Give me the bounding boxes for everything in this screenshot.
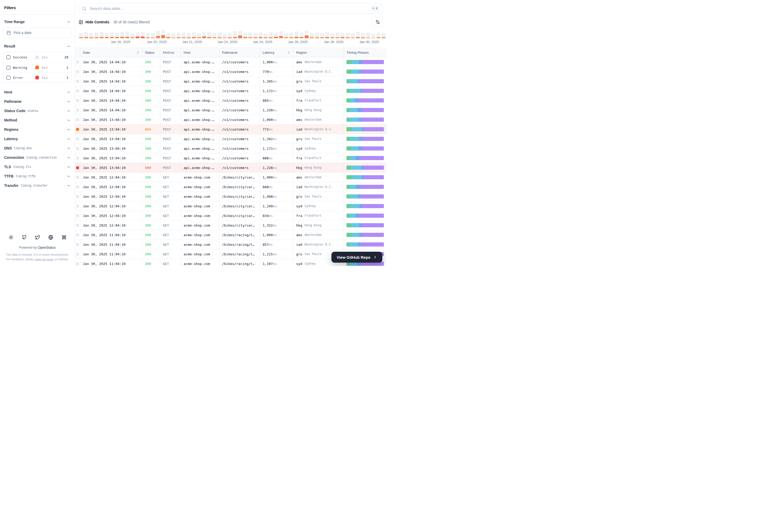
timeline-bar[interactable] <box>238 31 242 38</box>
timeline-bar[interactable] <box>351 33 355 38</box>
section-pathname[interactable]: Pathname <box>3 97 72 106</box>
timeline-bar[interactable] <box>341 33 344 38</box>
section-status-code[interactable]: Status Code status <box>3 106 72 115</box>
timeline-bar[interactable] <box>130 33 134 38</box>
timeline-bar[interactable] <box>310 33 314 38</box>
date-picker-button[interactable]: Pick a date <box>3 28 72 38</box>
section-tls[interactable]: TLS timing.tls <box>3 162 72 172</box>
timeline-bar[interactable] <box>382 33 385 38</box>
table-row[interactable]: Jan 30, 2025 14:04:10 200 POST api.acme-… <box>75 57 386 67</box>
table-row[interactable]: Jan 30, 2025 13:04:10 500 POST api.acme-… <box>75 163 386 173</box>
table-row[interactable]: Jan 30, 2025 13:04:10 404 POST api.acme-… <box>75 125 386 134</box>
table-row[interactable]: Jan 30, 2025 13:04:10 200 POST api.acme-… <box>75 144 386 153</box>
timeline-bar[interactable] <box>218 32 222 38</box>
timeline-bar[interactable] <box>197 33 201 38</box>
result-filter-option[interactable]: Success 2xx 28 <box>3 52 71 62</box>
github-icon[interactable] <box>21 234 27 240</box>
timeline-bar[interactable] <box>202 32 206 38</box>
table-row[interactable]: Jan 30, 2025 12:04:10 200 GET acme-shop.… <box>75 182 386 192</box>
table-row[interactable]: Jan 30, 2025 14:04:10 200 POST api.acme-… <box>75 77 386 86</box>
timeline-bar[interactable] <box>330 33 334 38</box>
timeline-bar[interactable] <box>264 33 268 38</box>
table-row[interactable]: Jan 30, 2025 12:04:10 200 GET acme-shop.… <box>75 221 386 230</box>
timeline-bar[interactable] <box>346 33 350 38</box>
table-row[interactable]: Jan 30, 2025 12:04:10 200 GET acme-shop.… <box>75 201 386 211</box>
section-result[interactable]: Result <box>3 42 72 51</box>
checkbox[interactable] <box>6 55 10 59</box>
timeline-bar[interactable] <box>223 33 227 38</box>
timeline-bar[interactable] <box>366 33 370 38</box>
table-row[interactable]: Jan 30, 2025 13:04:10 200 POST api.acme-… <box>75 115 386 125</box>
view-github-repo-button[interactable]: View GitHub Repo <box>331 252 382 263</box>
hide-controls-button[interactable]: Hide Controls <box>79 20 109 24</box>
timeline-bar[interactable] <box>259 32 263 38</box>
section-latency[interactable]: Latency <box>3 134 72 144</box>
timeline-bar[interactable] <box>248 32 252 38</box>
section-connection[interactable]: Connection timing.connection <box>3 153 72 162</box>
timeline-bar[interactable] <box>274 32 278 38</box>
timeline-bar[interactable] <box>371 34 375 38</box>
section-transfer[interactable]: Transfer timing.transfer <box>3 181 72 190</box>
timeline-bar[interactable] <box>213 33 217 38</box>
timeline-bar[interactable] <box>325 32 329 38</box>
timeline-bar[interactable] <box>171 33 175 38</box>
table-row[interactable]: Jan 30, 2025 14:04:10 200 POST api.acme-… <box>75 67 386 77</box>
timeline-bar[interactable] <box>361 33 365 38</box>
timeline-bar[interactable] <box>146 33 150 38</box>
timeline-bar[interactable] <box>156 31 160 38</box>
column-header-latency[interactable]: Latency <box>260 48 293 57</box>
timeline-bar[interactable] <box>84 32 88 38</box>
open-issue-link[interactable]: open an issue <box>35 258 53 261</box>
timeline-bar[interactable] <box>377 33 381 38</box>
timeline-bar[interactable] <box>300 33 304 38</box>
timeline-bar[interactable] <box>356 32 360 38</box>
search-input[interactable] <box>89 6 368 11</box>
checkbox[interactable] <box>6 66 10 70</box>
timeline-bar[interactable] <box>284 33 288 38</box>
timeline-bar[interactable] <box>125 31 129 38</box>
timeline-bar[interactable] <box>336 32 340 38</box>
table-row[interactable]: Jan 30, 2025 11:04:10 200 GET acme-shop.… <box>75 230 386 240</box>
table-row[interactable]: Jan 30, 2025 14:04:10 200 POST api.acme-… <box>75 105 386 115</box>
timeline-bar[interactable] <box>320 33 324 38</box>
table-row[interactable]: Jan 30, 2025 11:04:10 200 GET acme-shop.… <box>75 240 386 249</box>
timeline-bar[interactable] <box>110 32 114 38</box>
timeline-bar[interactable] <box>115 33 119 38</box>
timeline-bar[interactable] <box>305 31 309 38</box>
timeline-bar[interactable] <box>254 33 258 38</box>
timeline-bar[interactable] <box>295 31 299 38</box>
table-row[interactable]: Jan 30, 2025 13:04:10 200 POST api.acme-… <box>75 153 386 163</box>
table-row[interactable]: Jan 30, 2025 14:04:10 200 POST api.acme-… <box>75 86 386 96</box>
timeline-bar[interactable] <box>244 33 247 38</box>
table-row[interactable]: Jan 30, 2025 12:04:10 200 GET acme-shop.… <box>75 173 386 182</box>
openstatus-link[interactable]: OpenStatus <box>38 245 56 249</box>
timeline-bar[interactable] <box>94 33 98 38</box>
timeline-bar[interactable] <box>233 31 237 38</box>
section-ttfb[interactable]: TTFB timing.ttfb <box>3 172 72 181</box>
timeline-bar[interactable] <box>166 33 170 38</box>
section-regions[interactable]: Regions <box>3 125 72 134</box>
timeline-bar[interactable] <box>79 33 83 38</box>
section-host[interactable]: Host <box>3 87 72 97</box>
timeline-bar[interactable] <box>269 32 273 38</box>
section-time-range[interactable]: Time Range <box>3 17 72 26</box>
timeline-bar[interactable] <box>279 31 283 38</box>
command-icon[interactable] <box>61 234 67 240</box>
timeline-bar[interactable] <box>187 33 190 38</box>
timeline-bar[interactable] <box>141 32 145 38</box>
timeline-bar[interactable] <box>100 32 104 38</box>
timeline-bar[interactable] <box>289 33 293 38</box>
table-row[interactable]: Jan 30, 2025 12:04:10 200 GET acme-shop.… <box>75 192 386 201</box>
timeline-bar[interactable] <box>89 33 93 38</box>
timeline-bar[interactable] <box>120 32 124 38</box>
result-filter-option[interactable]: Error 5xx 1 <box>3 72 71 83</box>
table-row[interactable]: Jan 30, 2025 13:04:10 200 POST api.acme-… <box>75 134 386 144</box>
timeline-bar[interactable] <box>161 30 165 38</box>
timeline-bar[interactable] <box>105 33 109 38</box>
checkbox[interactable] <box>6 76 10 80</box>
twitter-icon[interactable] <box>35 234 40 240</box>
timeline-bar[interactable] <box>176 32 180 38</box>
table-row[interactable]: Jan 30, 2025 14:04:10 200 POST api.acme-… <box>75 96 386 105</box>
section-dns[interactable]: DNS timing.dns <box>3 144 72 153</box>
column-header-date[interactable]: Date <box>80 48 142 57</box>
